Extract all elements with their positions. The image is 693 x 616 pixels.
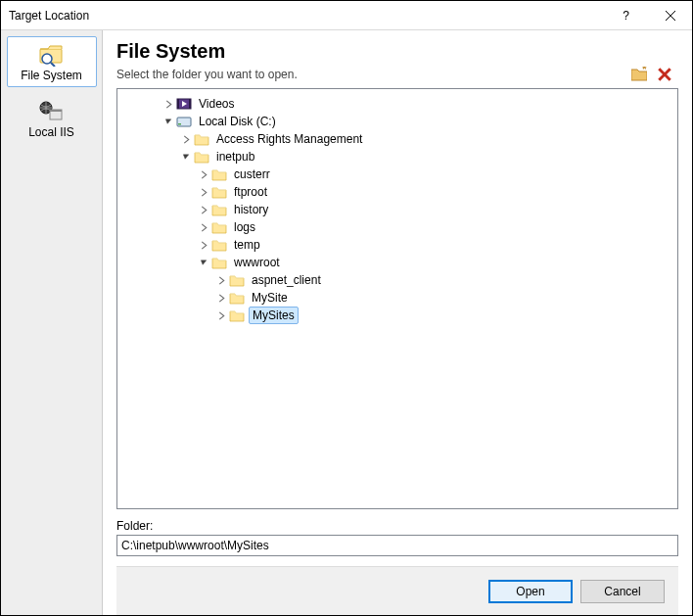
open-button[interactable]: Open: [488, 580, 573, 603]
tree-node[interactable]: custerr: [117, 166, 677, 183]
page-title: File System: [116, 40, 678, 63]
expand-icon[interactable]: [196, 166, 211, 182]
folder-path-label: Folder:: [116, 519, 678, 533]
folder-icon: [194, 149, 209, 165]
tree-node[interactable]: Videos: [117, 95, 677, 113]
tree-node-label: Videos: [196, 95, 237, 113]
tree-node[interactable]: wwwroot: [117, 254, 677, 271]
folder-tree: VideosLocal Disk (C:)Access Rights Manag…: [116, 88, 678, 509]
folder-icon: [211, 184, 227, 200]
tree-node[interactable]: history: [117, 201, 677, 218]
expand-icon[interactable]: [178, 131, 194, 147]
collapse-icon[interactable]: [196, 255, 211, 270]
page-subtitle: Select the folder you want to open.: [116, 68, 631, 81]
expand-icon[interactable]: [196, 219, 211, 235]
expand-icon[interactable]: [213, 290, 229, 306]
videos-icon: [176, 96, 192, 112]
tree-node-label: custerr: [231, 166, 273, 183]
sidebar-item-localiis[interactable]: Local IIS: [7, 93, 97, 144]
window-title: Target Location: [9, 9, 604, 23]
tree-node-label: history: [231, 201, 271, 218]
folder-icon: [211, 166, 227, 182]
folder-icon: [229, 308, 245, 323]
tree-node[interactable]: MySite: [117, 289, 677, 307]
expand-icon[interactable]: [213, 272, 229, 288]
expand-icon[interactable]: [196, 202, 211, 217]
sidebar-item-label: Local IIS: [8, 125, 96, 139]
tree-node-label: ftproot: [231, 183, 270, 201]
tree-node-label: MySites: [249, 307, 299, 324]
tree-node-label: Local Disk (C:): [196, 113, 279, 130]
collapse-icon[interactable]: [161, 114, 176, 129]
cancel-button[interactable]: Cancel: [580, 580, 665, 603]
folder-icon: [211, 202, 227, 217]
folder-icon: [211, 255, 227, 270]
folder-icon: [194, 131, 209, 147]
tree-node-label: temp: [231, 236, 263, 254]
close-button[interactable]: [648, 1, 692, 30]
delete-button[interactable]: [657, 67, 672, 82]
sidebar-item-filesystem[interactable]: File System: [7, 36, 97, 87]
sidebar-item-label: File System: [8, 69, 96, 82]
folder-path-input[interactable]: [116, 535, 678, 556]
tree-scroll-area[interactable]: VideosLocal Disk (C:)Access Rights Manag…: [117, 89, 677, 508]
new-folder-button[interactable]: [631, 67, 647, 82]
collapse-icon[interactable]: [178, 149, 194, 165]
open-button-label: Open: [516, 585, 544, 598]
tree-node[interactable]: aspnet_client: [117, 271, 677, 289]
tree-node-label: aspnet_client: [249, 271, 324, 289]
tree-node[interactable]: inetpub: [117, 148, 677, 166]
tree-node[interactable]: Access Rights Management: [117, 130, 677, 148]
tree-node[interactable]: MySites: [117, 307, 677, 324]
sidebar: File System Local IIS: [1, 30, 103, 615]
expand-icon[interactable]: [196, 184, 211, 200]
cancel-button-label: Cancel: [604, 585, 640, 598]
tree-node-label: Access Rights Management: [213, 130, 365, 148]
tree-node[interactable]: ftproot: [117, 183, 677, 201]
help-button[interactable]: ?: [604, 1, 648, 30]
tree-node[interactable]: Local Disk (C:): [117, 113, 677, 130]
expand-icon[interactable]: [161, 96, 176, 112]
folder-icon: [211, 237, 227, 253]
folder-search-icon: [38, 43, 66, 67]
titlebar: Target Location ?: [1, 1, 692, 30]
tree-node-label: MySite: [249, 289, 291, 307]
expand-icon[interactable]: [213, 308, 229, 323]
tree-node-label: logs: [231, 218, 258, 236]
tree-node-label: inetpub: [213, 148, 257, 166]
folder-icon: [229, 272, 245, 288]
folder-icon: [229, 290, 245, 306]
tree-node-label: wwwroot: [231, 254, 283, 271]
expand-icon[interactable]: [196, 237, 211, 253]
globe-server-icon: [38, 100, 66, 123]
disk-icon: [176, 114, 192, 129]
folder-icon: [211, 219, 227, 235]
tree-node[interactable]: logs: [117, 218, 677, 236]
tree-node[interactable]: temp: [117, 236, 677, 254]
